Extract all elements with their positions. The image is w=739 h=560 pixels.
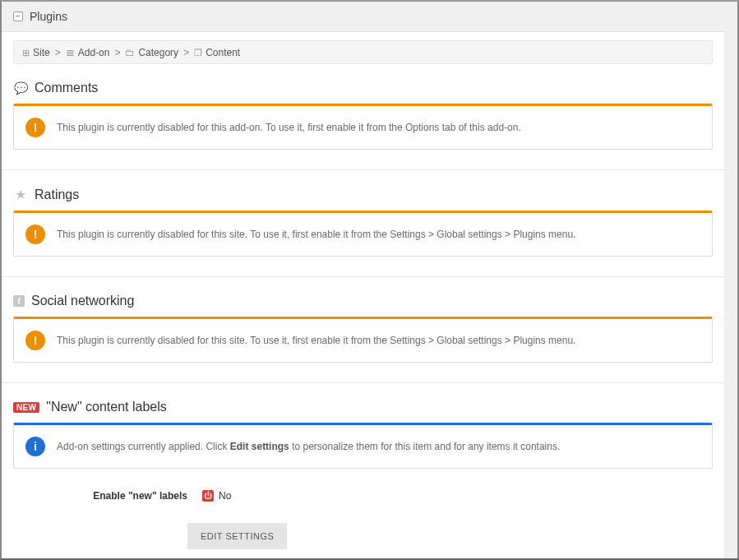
comment-icon — [13, 81, 28, 95]
field-value: ⏻ No — [202, 490, 231, 502]
exclamation-icon: ! — [25, 331, 45, 350]
section-heading: NEW "New" content labels — [13, 400, 713, 414]
breadcrumb-separator: > — [183, 47, 189, 58]
star-icon — [13, 187, 28, 202]
info-text-prefix: Add-on settings currently applied. Click — [57, 441, 230, 452]
breadcrumb-label: Category — [138, 47, 178, 58]
section-comments: Comments ! This plugin is currently disa… — [13, 81, 713, 150]
alert-text: This plugin is currently disabled for th… — [57, 229, 575, 240]
section-title: "New" content labels — [46, 400, 167, 414]
section-heading: Comments — [13, 81, 713, 95]
alert-text: Add-on settings currently applied. Click… — [57, 441, 560, 452]
panel-title: Plugins — [30, 10, 67, 23]
alert-warning: ! This plugin is currently disabled for … — [13, 317, 713, 363]
power-off-icon: ⏻ — [202, 490, 214, 502]
alert-text: This plugin is currently disabled for th… — [57, 335, 575, 346]
section-title: Comments — [35, 81, 98, 95]
section-new-labels: NEW "New" content labels i Add-on settin… — [13, 400, 713, 549]
divider — [2, 169, 724, 170]
form-row-enable-new: Enable "new" labels ⏻ No — [13, 490, 713, 502]
button-row: EDIT SETTINGS — [13, 523, 713, 549]
exclamation-icon: ! — [25, 118, 45, 137]
new-badge: NEW — [13, 402, 39, 413]
alert-warning: ! This plugin is currently disabled for … — [13, 211, 713, 257]
field-value-text: No — [219, 490, 231, 502]
folder-icon — [125, 47, 135, 58]
breadcrumb-label: Content — [206, 47, 240, 58]
edit-settings-button[interactable]: EDIT SETTINGS — [187, 523, 287, 549]
breadcrumb-label: Add-on — [78, 47, 110, 58]
scroll-gutter — [724, 2, 737, 558]
content-area: − Plugins Site > Add-on > Category — [2, 2, 724, 558]
breadcrumb: Site > Add-on > Category > Content — [13, 40, 713, 64]
collapse-icon[interactable]: − — [13, 12, 23, 21]
breadcrumb-item-site[interactable]: Site — [22, 47, 50, 58]
section-title: Ratings — [35, 187, 79, 202]
divider — [2, 382, 724, 383]
info-icon: i — [25, 437, 45, 456]
section-heading: Ratings — [13, 187, 713, 202]
breadcrumb-item-addon[interactable]: Add-on — [66, 46, 110, 58]
section-heading: f Social networking — [13, 294, 713, 308]
facebook-icon: f — [13, 295, 25, 307]
section-social: f Social networking ! This plugin is cur… — [13, 294, 713, 363]
exclamation-icon: ! — [25, 224, 45, 244]
info-text-bold: Edit settings — [230, 441, 289, 452]
alert-warning: ! This plugin is currently disabled for … — [13, 104, 713, 150]
list-icon — [66, 46, 75, 58]
info-text-suffix: to personalize them for this item and fo… — [289, 441, 560, 452]
panel-header: − Plugins — [2, 2, 724, 32]
divider — [2, 276, 724, 277]
app-frame: − Plugins Site > Add-on > Category — [0, 0, 739, 560]
breadcrumb-item-category[interactable]: Category — [125, 47, 178, 58]
alert-text: This plugin is currently disabled for th… — [57, 122, 521, 133]
alert-info: i Add-on settings currently applied. Cli… — [13, 423, 713, 469]
breadcrumb-label: Site — [33, 47, 50, 58]
breadcrumb-item-content[interactable]: Content — [194, 47, 240, 58]
section-title: Social networking — [31, 294, 134, 308]
breadcrumb-separator: > — [114, 47, 120, 58]
cube-icon — [194, 47, 202, 58]
field-label: Enable "new" labels — [13, 490, 202, 502]
section-ratings: Ratings ! This plugin is currently disab… — [13, 187, 713, 257]
sitemap-icon — [22, 47, 30, 58]
breadcrumb-separator: > — [55, 47, 61, 58]
